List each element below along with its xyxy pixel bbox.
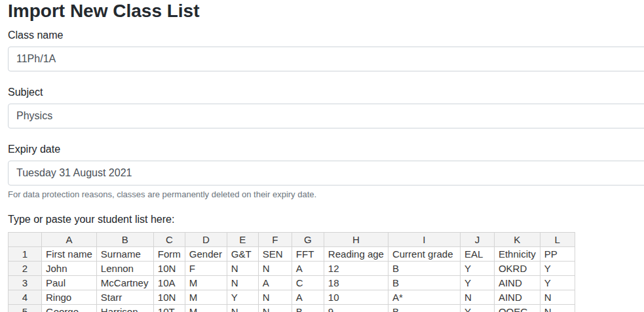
cell-D5[interactable]: M: [185, 305, 227, 312]
row-header-2[interactable]: 2: [9, 262, 42, 276]
column-header-L[interactable]: L: [540, 233, 575, 247]
cell-C4[interactable]: 10N: [153, 290, 185, 305]
cell-A1[interactable]: First name: [42, 247, 97, 262]
expiry-date-input[interactable]: [8, 161, 644, 185]
column-header-E[interactable]: E: [227, 233, 258, 247]
cell-B2[interactable]: Lennon: [96, 262, 153, 276]
cell-E1[interactable]: G&T: [227, 247, 258, 262]
cell-C5[interactable]: 10T: [153, 305, 185, 312]
expiry-help-text: For data protection reasons, classes are…: [8, 189, 644, 200]
cell-I3[interactable]: B: [388, 276, 460, 290]
cell-L1[interactable]: PP: [540, 247, 575, 262]
column-header-F[interactable]: F: [258, 233, 292, 247]
column-header-J[interactable]: J: [460, 233, 494, 247]
cell-I5[interactable]: B: [388, 305, 460, 312]
cell-L4[interactable]: N: [540, 290, 575, 305]
column-header-D[interactable]: D: [185, 233, 227, 247]
cell-G5[interactable]: B: [292, 305, 324, 312]
cell-L2[interactable]: Y: [540, 262, 575, 276]
subject-input[interactable]: [8, 104, 644, 128]
row-header-3[interactable]: 3: [9, 276, 42, 290]
class-name-label: Class name: [8, 29, 644, 41]
cell-K2[interactable]: OKRD: [494, 262, 540, 276]
column-header-B[interactable]: B: [96, 233, 153, 247]
cell-E3[interactable]: N: [227, 276, 258, 290]
cell-G4[interactable]: A: [292, 290, 324, 305]
sheet-row-4: 4RingoStarr10NMYNA10A*NAINDN: [9, 290, 575, 305]
sheet-row-5: 5GeorgeHarrison10TMNNB9BYOOEGN: [9, 305, 575, 312]
expiry-date-group: Expiry date For data protection reasons,…: [8, 143, 644, 200]
cell-H2[interactable]: 12: [324, 262, 388, 276]
sheet-row-3: 3PaulMcCartney10AMNAC18BYAINDY: [9, 276, 575, 290]
column-header-A[interactable]: A: [42, 233, 97, 247]
cell-E4[interactable]: Y: [227, 290, 258, 305]
cell-H4[interactable]: 10: [324, 290, 388, 305]
column-header-K[interactable]: K: [494, 233, 540, 247]
cell-E5[interactable]: N: [227, 305, 258, 312]
sheet-body: 1First nameSurnameFormGenderG&TSENFFTRea…: [9, 247, 575, 312]
cell-J5[interactable]: Y: [460, 305, 494, 312]
cell-H5[interactable]: 9: [324, 305, 388, 312]
cell-D4[interactable]: M: [185, 290, 227, 305]
cell-D2[interactable]: F: [185, 262, 227, 276]
cell-K4[interactable]: AIND: [494, 290, 540, 305]
cell-E2[interactable]: N: [227, 262, 258, 276]
sheet-head: ABCDEFGHIJKL: [9, 233, 575, 247]
cell-L5[interactable]: N: [540, 305, 575, 312]
cell-J3[interactable]: Y: [460, 276, 494, 290]
cell-A4[interactable]: Ringo: [42, 290, 97, 305]
student-list-label: Type or paste your student list here:: [8, 213, 644, 225]
cell-J2[interactable]: Y: [460, 262, 494, 276]
row-header-1[interactable]: 1: [9, 247, 42, 262]
cell-F4[interactable]: N: [258, 290, 292, 305]
column-header-G[interactable]: G: [292, 233, 324, 247]
cell-K5[interactable]: OOEG: [494, 305, 540, 312]
cell-C3[interactable]: 10A: [153, 276, 185, 290]
subject-label: Subject: [8, 86, 644, 98]
cell-K1[interactable]: Ethnicity: [494, 247, 540, 262]
page-title: Import New Class List: [8, 0, 644, 22]
class-name-group: Class name: [8, 29, 644, 71]
sheet-row-2: 2JohnLennon10NFNNA12BYOKRDY: [9, 262, 575, 276]
sheet-header-row: ABCDEFGHIJKL: [9, 233, 575, 247]
cell-F2[interactable]: N: [258, 262, 292, 276]
cell-C1[interactable]: Form: [153, 247, 185, 262]
cell-H3[interactable]: 18: [324, 276, 388, 290]
column-header-H[interactable]: H: [324, 233, 388, 247]
cell-A2[interactable]: John: [42, 262, 97, 276]
cell-J4[interactable]: N: [460, 290, 494, 305]
cell-L3[interactable]: Y: [540, 276, 575, 290]
cell-D1[interactable]: Gender: [185, 247, 227, 262]
cell-G2[interactable]: A: [292, 262, 324, 276]
cell-K3[interactable]: AIND: [494, 276, 540, 290]
cell-B3[interactable]: McCartney: [96, 276, 153, 290]
cell-A5[interactable]: George: [42, 305, 97, 312]
sheet-corner-cell[interactable]: [9, 233, 42, 247]
cell-B1[interactable]: Surname: [96, 247, 153, 262]
class-name-input[interactable]: [8, 47, 644, 71]
sheet-row-1: 1First nameSurnameFormGenderG&TSENFFTRea…: [9, 247, 575, 262]
cell-G3[interactable]: C: [292, 276, 324, 290]
row-header-4[interactable]: 4: [9, 290, 42, 305]
subject-group: Subject: [8, 86, 644, 128]
import-class-page: Import New Class List Class name Subject…: [0, 0, 644, 312]
cell-F5[interactable]: N: [258, 305, 292, 312]
cell-B4[interactable]: Starr: [96, 290, 153, 305]
cell-J1[interactable]: EAL: [460, 247, 494, 262]
expiry-date-label: Expiry date: [8, 143, 644, 155]
cell-G1[interactable]: FFT: [292, 247, 324, 262]
cell-I1[interactable]: Current grade: [388, 247, 460, 262]
cell-D3[interactable]: M: [185, 276, 227, 290]
cell-A3[interactable]: Paul: [42, 276, 97, 290]
column-header-I[interactable]: I: [388, 233, 460, 247]
student-spreadsheet: ABCDEFGHIJKL 1First nameSurnameFormGende…: [8, 232, 575, 312]
cell-C2[interactable]: 10N: [153, 262, 185, 276]
cell-F3[interactable]: A: [258, 276, 292, 290]
column-header-C[interactable]: C: [153, 233, 185, 247]
cell-I4[interactable]: A*: [388, 290, 460, 305]
cell-B5[interactable]: Harrison: [96, 305, 153, 312]
cell-F1[interactable]: SEN: [258, 247, 292, 262]
cell-I2[interactable]: B: [388, 262, 460, 276]
row-header-5[interactable]: 5: [9, 305, 42, 312]
cell-H1[interactable]: Reading age: [324, 247, 388, 262]
